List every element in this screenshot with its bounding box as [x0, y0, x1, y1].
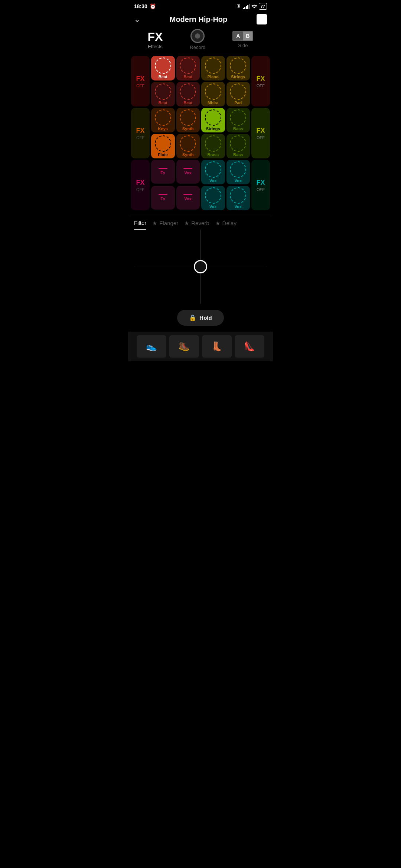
- ab-control[interactable]: A B Side: [232, 31, 253, 48]
- fx-label: FX: [147, 30, 163, 44]
- pad-circle: [180, 57, 196, 74]
- pad-grid-2: Keys Synth Strings Bass Flute Synth: [151, 108, 250, 158]
- filter-knob[interactable]: [194, 260, 207, 273]
- pad-circle: [180, 83, 196, 100]
- record-control[interactable]: Record: [190, 29, 205, 50]
- fx-side-2[interactable]: FX OFF: [131, 108, 150, 158]
- pad-label: Vox: [185, 171, 192, 175]
- tab-flanger[interactable]: ★ Flanger: [152, 220, 178, 230]
- pad-brass[interactable]: Brass: [201, 134, 225, 158]
- fx-side-2-label: FX: [136, 127, 144, 135]
- fx-side-3r[interactable]: FX OFF: [251, 160, 270, 210]
- header: ⌄ Modern Hip-Hop: [128, 11, 273, 29]
- fx-side-2r[interactable]: FX OFF: [251, 108, 270, 158]
- pad-piano[interactable]: Piano: [201, 56, 225, 80]
- pad-vox-2[interactable]: Vox: [201, 160, 225, 184]
- battery-indicator: 77: [259, 3, 267, 10]
- hold-button[interactable]: 🔒 Hold: [177, 310, 224, 326]
- delay-icon: ★: [215, 220, 220, 227]
- record-inner: [195, 33, 200, 39]
- pad-label: Mbira: [208, 101, 218, 105]
- pad-row-group-3: FX OFF Fx Vox Vox Vox Fx: [131, 160, 270, 210]
- ab-b: B: [243, 32, 252, 40]
- pad-label: Synth: [182, 152, 194, 157]
- pad-label: Strings: [206, 126, 220, 131]
- wifi-icon: [251, 4, 257, 9]
- hold-label: Hold: [199, 315, 212, 321]
- pad-section: FX OFF Beat Beat Piano Strings: [128, 56, 273, 215]
- top-controls: FX Effects Record A B Side: [128, 29, 273, 56]
- tab-delay[interactable]: ★ Delay: [215, 220, 237, 230]
- ad-shoe-2: 🥾: [169, 335, 199, 358]
- pad-label: Vox: [235, 178, 242, 183]
- pad-beat-4[interactable]: Beat: [176, 82, 200, 106]
- pad-row-group-2: FX OFF Keys Synth Strings Bass Flute: [131, 108, 270, 158]
- ab-box: A B: [232, 31, 253, 41]
- pad-circle: [230, 83, 246, 100]
- fx-side-1[interactable]: FX OFF: [131, 56, 150, 106]
- pad-label: Bass: [233, 126, 243, 131]
- pad-synth-2[interactable]: Synth: [176, 134, 200, 158]
- pad-circle: [230, 161, 246, 178]
- back-button[interactable]: ⌄: [134, 15, 140, 24]
- time-display: 18:30: [134, 3, 147, 9]
- pad-flute-active[interactable]: Flute: [151, 134, 175, 158]
- pad-grid-1: Beat Beat Piano Strings Beat Beat: [151, 56, 250, 106]
- pad-beat-3[interactable]: Beat: [151, 82, 175, 106]
- pad-fx-2[interactable]: Fx: [151, 186, 175, 210]
- pad-circle: [205, 57, 221, 74]
- delay-tab-label: Delay: [222, 220, 237, 226]
- pad-synth-1[interactable]: Synth: [176, 108, 200, 132]
- pad-beat-2[interactable]: Beat: [176, 56, 200, 80]
- flanger-tab-label: Flanger: [159, 220, 178, 226]
- pad-strings-active[interactable]: Strings: [201, 108, 225, 132]
- pad-label: Piano: [208, 75, 219, 79]
- ad-shoe-3: 👢: [202, 335, 232, 358]
- fx-side-2-off: OFF: [136, 135, 144, 140]
- pad-label: Bass: [233, 152, 243, 157]
- pad-keys[interactable]: Keys: [151, 108, 175, 132]
- status-bar: 18:30 ⏰ 77: [128, 0, 273, 11]
- pad-vox-6[interactable]: Vox: [226, 186, 250, 210]
- pad-mbira[interactable]: Mbira: [201, 82, 225, 106]
- fx-side-1r[interactable]: FX OFF: [251, 56, 270, 106]
- stop-button[interactable]: [257, 14, 267, 24]
- fx-side-3[interactable]: FX OFF: [131, 160, 150, 210]
- pad-bass-1[interactable]: Bass: [226, 108, 250, 132]
- pad-grid-3: Fx Vox Vox Vox Fx Vox: [151, 160, 250, 210]
- pad-vox-4[interactable]: Vox: [176, 186, 200, 210]
- pad-row-group-1: FX OFF Beat Beat Piano Strings: [131, 56, 270, 106]
- fx-side-3-off: OFF: [136, 187, 144, 192]
- hold-btn-container: 🔒 Hold: [128, 304, 273, 332]
- pad-fx-1[interactable]: Fx: [151, 160, 175, 184]
- pad-dash: [183, 194, 192, 195]
- reverb-tab-label: Reverb: [191, 220, 209, 226]
- pad-circle: [230, 109, 246, 126]
- pad-circle: [205, 109, 221, 126]
- tab-filter[interactable]: Filter: [134, 220, 146, 230]
- fx-side-1-off: OFF: [136, 83, 144, 88]
- pad-circle: [230, 187, 246, 204]
- pad-pad[interactable]: Pad: [226, 82, 250, 106]
- ad-shoe-4: 👠: [235, 335, 264, 358]
- pad-circle: [205, 135, 221, 152]
- fx-side-3-label: FX: [136, 179, 144, 187]
- page-title: Modern Hip-Hop: [170, 15, 228, 24]
- tab-reverb[interactable]: ★ Reverb: [184, 220, 209, 230]
- pad-vox-1[interactable]: Vox: [176, 160, 200, 184]
- ad-banner[interactable]: 👟 🥾 👢 👠: [128, 332, 273, 361]
- pad-vox-3[interactable]: Vox: [226, 160, 250, 184]
- fx-control[interactable]: FX Effects: [147, 30, 163, 49]
- bluetooth-icon: [236, 3, 241, 10]
- pad-label: Fx: [160, 171, 165, 175]
- pad-beat-1-active[interactable]: Beat: [151, 56, 175, 80]
- pad-circle: [205, 161, 221, 178]
- pad-label: Brass: [207, 152, 219, 157]
- pad-vox-5[interactable]: Vox: [201, 186, 225, 210]
- fx-side-2r-label: FX: [256, 127, 265, 135]
- filter-tabs: Filter ★ Flanger ★ Reverb ★ Delay: [134, 220, 267, 230]
- pad-strings-1[interactable]: Strings: [226, 56, 250, 80]
- fx-side-1-label: FX: [136, 75, 144, 83]
- pad-circle: [205, 83, 221, 100]
- pad-bass-2[interactable]: Bass: [226, 134, 250, 158]
